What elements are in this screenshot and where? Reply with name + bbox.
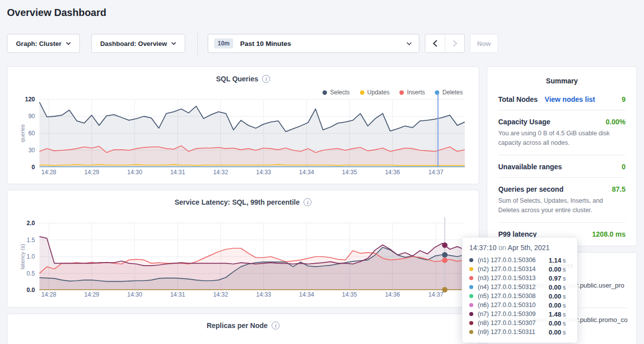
graph-dropdown-label: Graph: Cluster	[16, 40, 61, 47]
tooltip-node-unit: s	[563, 311, 566, 318]
tooltip-node-name: (n5) 127.0.0.1:50308	[478, 293, 549, 300]
chart-title: Replicas per Node	[207, 322, 268, 330]
summary-row: Capacity Usage0.00%You are using 0 B of …	[498, 110, 626, 155]
service-latency-plot[interactable]: 0.00.51.01.52.014:2814:2914:3014:3114:32…	[7, 190, 480, 308]
tooltip-node-value: 1.48s	[549, 311, 566, 318]
tooltip-node-name: (n4) 127.0.0.1:50312	[478, 284, 549, 291]
chevron-left-icon	[433, 40, 437, 47]
hover-dot-n7	[442, 243, 447, 248]
tooltip-row: (n3) 127.0.0.1:503130.97s	[469, 274, 570, 283]
tooltip-node-name: (n3) 127.0.0.1:50313	[478, 275, 549, 282]
tooltip-node-value: 0.00s	[549, 320, 566, 327]
node-color-dot-icon	[469, 312, 473, 316]
summary-rows: Total NodesView nodes list9Capacity Usag…	[487, 85, 637, 245]
summary-value: 0.00%	[606, 118, 626, 126]
dashboard-dropdown[interactable]: Dashboard: Overview	[91, 34, 185, 53]
y-tick-label: 60	[28, 130, 35, 137]
node-color-dot-icon	[469, 294, 473, 298]
replicas-per-node-chart-card: Replicas per Node i	[7, 314, 479, 344]
tooltip-node-value: 0.00s	[549, 329, 566, 336]
x-tick-label: 14:31	[170, 291, 185, 298]
toolbar-divider	[197, 32, 198, 55]
tooltip-row: (n6) 127.0.0.1:503100.00s	[469, 301, 570, 310]
summary-row-line: Capacity Usage0.00%	[498, 118, 626, 126]
tooltip-node-name: (n1) 127.0.0.1:50306	[478, 257, 549, 264]
tooltip-node-name: (n7) 127.0.0.1:50309	[478, 311, 549, 318]
time-range-badge: 10m	[214, 38, 233, 48]
tooltip-node-name: (n6) 127.0.0.1:50310	[478, 302, 549, 309]
time-step-buttons	[425, 34, 465, 53]
chevron-down-icon	[171, 42, 176, 45]
summary-row: Queries per second87.5Sum of Selects, Up…	[498, 178, 626, 223]
summary-value: 87.5	[612, 185, 626, 193]
chart-hover-tooltip: 14:37:10 on Apr 5th, 2021 (n1) 127.0.0.1…	[462, 237, 578, 343]
summary-value: 1208.0 ms	[592, 230, 626, 238]
tooltip-node-unit: s	[563, 320, 566, 327]
summary-label: Queries per second	[498, 185, 564, 193]
summary-row: Total NodesView nodes list9	[498, 88, 626, 110]
time-back-button[interactable]	[425, 34, 445, 52]
tooltip-node-value: 0.00s	[549, 302, 566, 309]
x-tick-label: 14:29	[84, 291, 99, 298]
tooltip-row: (n7) 127.0.0.1:503091.48s	[469, 310, 570, 319]
time-forward-button[interactable]	[445, 34, 464, 52]
node-color-dot-icon	[469, 303, 473, 307]
view-nodes-link[interactable]: View nodes list	[545, 95, 595, 103]
node-color-dot-icon	[469, 330, 473, 334]
y-tick-label: 90	[28, 113, 35, 120]
summary-row: Unavailable ranges0	[498, 155, 626, 178]
tooltip-node-name: (n9) 127.0.0.1:50311	[478, 329, 549, 336]
tooltip-row: (n9) 127.0.0.1:503110.00s	[469, 328, 570, 337]
info-icon[interactable]: i	[272, 322, 280, 330]
service-latency-chart-card: Service Latency: SQL, 99th percentile i …	[7, 190, 479, 308]
tooltip-row: (n5) 127.0.0.1:503080.00s	[469, 292, 570, 301]
x-tick-label: 14:36	[385, 291, 400, 298]
x-tick-label: 14:33	[256, 291, 271, 298]
x-tick-label: 14:28	[41, 291, 56, 298]
tooltip-node-unit: s	[563, 284, 566, 291]
tooltip-node-value: 0.00s	[549, 284, 566, 291]
tooltip-node-unit: s	[563, 329, 566, 336]
page-title: Overview Dashboard	[7, 7, 106, 18]
node-color-dot-icon	[469, 258, 473, 262]
summary-row-line: Total NodesView nodes list9	[498, 95, 626, 103]
tooltip-node-value: 0.00s	[549, 266, 566, 273]
graph-dropdown[interactable]: Graph: Cluster	[7, 34, 80, 53]
x-tick-label: 14:33	[256, 169, 271, 176]
summary-description: Sum of Selects, Updates, Inserts, and De…	[498, 196, 626, 216]
hover-dot-n3	[442, 258, 447, 263]
chevron-down-icon	[406, 42, 412, 45]
y-tick-label: 1.5	[26, 237, 35, 244]
summary-value: 0	[622, 163, 626, 171]
summary-label: Capacity Usage	[498, 118, 550, 126]
tooltip-node-unit: s	[563, 302, 566, 309]
dashboard-dropdown-label: Dashboard: Overview	[100, 40, 167, 47]
time-range-selector[interactable]: 10m Past 10 Minutes	[208, 34, 419, 53]
tooltip-node-value: 0.00s	[549, 293, 566, 300]
x-tick-label: 14:32	[213, 169, 228, 176]
x-tick-label: 14:31	[170, 169, 185, 176]
tooltip-node-unit: s	[563, 275, 566, 282]
summary-title: Summary	[487, 67, 637, 85]
chevron-down-icon	[66, 42, 71, 45]
x-tick-label: 14:34	[299, 291, 314, 298]
x-tick-label: 14:30	[127, 169, 142, 176]
summary-description: You are using 0 B of 4.5 GiB usable disk…	[498, 129, 626, 148]
x-tick-label: 14:34	[299, 169, 314, 176]
now-button[interactable]: Now	[470, 34, 498, 53]
tooltip-row: (n2) 127.0.0.1:503140.00s	[469, 265, 570, 274]
node-color-dot-icon	[469, 267, 473, 271]
x-tick-label: 14:30	[127, 291, 142, 298]
time-range-label: Past 10 Minutes	[240, 40, 291, 47]
y-tick-label: 30	[28, 147, 35, 154]
tooltip-node-value: 0.97s	[549, 275, 566, 282]
chevron-right-icon	[453, 40, 457, 47]
tooltip-node-unit: s	[563, 293, 566, 300]
tooltip-node-name: (n8) 127.0.0.1:50307	[478, 320, 549, 327]
tooltip-row: (n8) 127.0.0.1:503070.00s	[469, 319, 570, 328]
summary-label: Total Nodes	[498, 95, 538, 103]
tooltip-row: (n4) 127.0.0.1:503120.00s	[469, 283, 570, 292]
y-tick-label: 120	[25, 96, 35, 103]
sql-queries-plot[interactable]: 030609012014:2814:2914:3014:3114:3214:33…	[7, 67, 480, 185]
hover-dot-n1	[442, 252, 447, 258]
